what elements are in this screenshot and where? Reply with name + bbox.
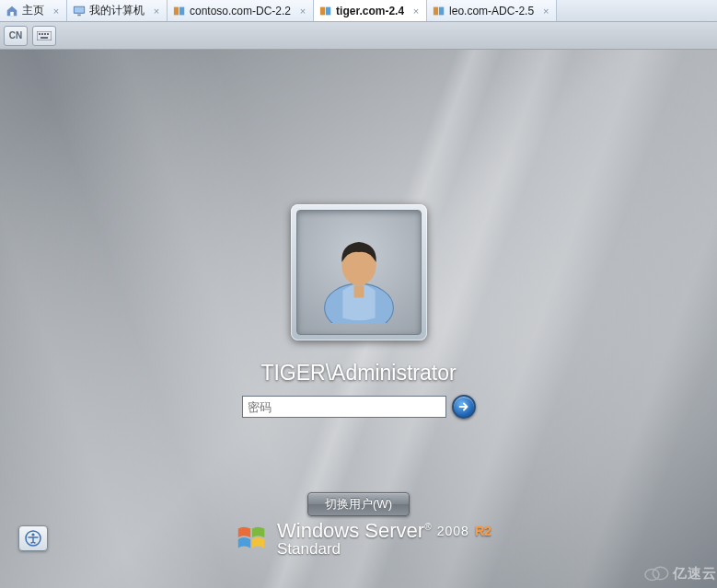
tab-label: 我的计算机 — [89, 3, 145, 18]
brand-year: 2008 — [437, 524, 469, 538]
brand-product: Windows Server — [277, 519, 424, 542]
svg-rect-1 — [75, 6, 85, 12]
tab-label: tiger.com-2.4 — [336, 5, 404, 17]
tab-my-computer[interactable]: 我的计算机 × — [67, 0, 168, 21]
tab-label: 主页 — [22, 3, 44, 18]
vm-icon — [319, 5, 332, 17]
ime-button[interactable]: CN — [4, 26, 28, 46]
submit-button[interactable] — [452, 395, 476, 419]
tab-label: leo.com-ADC-2.5 — [449, 5, 534, 17]
tab-tiger[interactable]: tiger.com-2.4 × — [314, 0, 427, 21]
svg-rect-8 — [439, 6, 444, 15]
login-screen: TIGER\Administrator 切换用户(W) Windows Serv… — [0, 50, 717, 588]
close-icon[interactable]: × — [151, 6, 162, 17]
tab-bar: 主页 × 我的计算机 × contoso.com-DC-2.2 × tiger.… — [0, 0, 717, 22]
watermark: 亿速云 — [642, 564, 717, 582]
windows-branding: Windows Server® 2008 R2 Standard — [235, 519, 491, 559]
svg-rect-9 — [37, 31, 52, 40]
svg-rect-7 — [434, 6, 438, 15]
brand-edition: Standard — [277, 540, 491, 559]
vm-icon — [433, 5, 445, 17]
svg-point-21 — [653, 567, 668, 580]
toolbar: CN — [0, 22, 717, 50]
watermark-text: 亿速云 — [673, 565, 717, 582]
close-icon[interactable]: × — [540, 6, 551, 17]
ease-of-access-button[interactable] — [18, 525, 48, 551]
switch-user-button[interactable]: 切换用户(W) — [307, 492, 410, 516]
password-input[interactable] — [242, 396, 446, 418]
tab-label: contoso.com-DC-2.2 — [190, 5, 291, 17]
user-avatar — [296, 210, 422, 335]
username-label: TIGER\Administrator — [260, 361, 456, 386]
tab-home[interactable]: 主页 × — [0, 0, 67, 21]
svg-rect-11 — [41, 33, 43, 35]
svg-rect-10 — [39, 33, 40, 35]
svg-rect-2 — [77, 14, 81, 16]
svg-rect-5 — [320, 6, 325, 15]
home-icon — [6, 5, 18, 17]
svg-rect-12 — [44, 33, 46, 35]
close-icon[interactable]: × — [51, 6, 62, 17]
brand-text: Windows Server® 2008 R2 Standard — [277, 519, 491, 559]
svg-point-19 — [31, 533, 34, 536]
brand-r2: R2 — [475, 524, 491, 538]
close-icon[interactable]: × — [297, 6, 308, 17]
svg-rect-13 — [47, 33, 49, 35]
close-icon[interactable]: × — [411, 6, 422, 17]
svg-rect-3 — [174, 6, 179, 15]
keyboard-button[interactable] — [32, 26, 56, 46]
tab-contoso[interactable]: contoso.com-DC-2.2 × — [168, 0, 314, 21]
windows-logo-icon — [235, 522, 270, 557]
user-avatar-frame — [291, 204, 427, 340]
svg-rect-4 — [179, 6, 184, 15]
svg-rect-6 — [326, 6, 330, 15]
password-row — [242, 395, 476, 419]
svg-rect-14 — [40, 37, 48, 39]
tab-leo[interactable]: leo.com-ADC-2.5 × — [427, 0, 557, 21]
vm-icon — [173, 5, 186, 17]
monitor-icon — [73, 5, 86, 17]
